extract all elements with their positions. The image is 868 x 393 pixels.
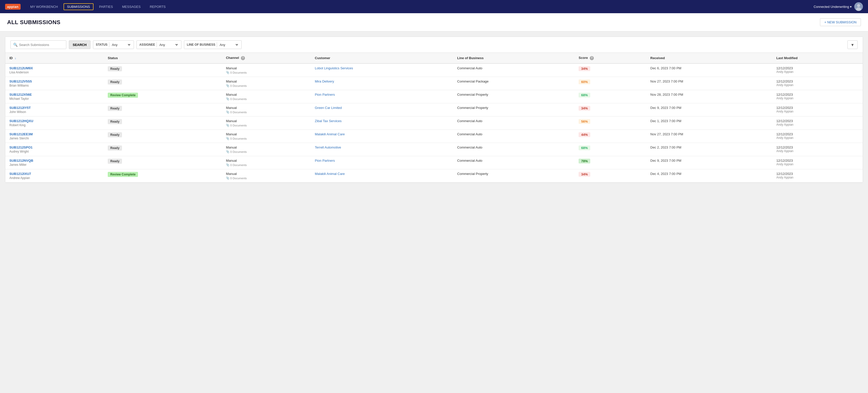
- nav-parties[interactable]: PARTIES: [96, 3, 116, 10]
- cell-id-7: SUB1212NVQB James Miller: [5, 156, 104, 169]
- table-row: SUB1212IY5T John Wilson Ready Manual 📎 0…: [5, 103, 863, 117]
- search-button[interactable]: SEARCH: [69, 40, 90, 49]
- submission-id-link[interactable]: SUB1212NVQB: [9, 159, 100, 162]
- customer-link[interactable]: Malakili Animal Care: [315, 132, 345, 136]
- customer-link[interactable]: Malakili Animal Care: [315, 172, 345, 176]
- customer-link[interactable]: Pion Partners: [315, 159, 335, 162]
- submission-id-link[interactable]: SUB1212UM9X: [9, 66, 100, 70]
- cell-received-4: Dec 1, 2023 7:00 PM: [646, 117, 772, 130]
- customer-link[interactable]: Pion Partners: [315, 93, 335, 96]
- cell-lob-5: Commercial Auto: [453, 130, 575, 143]
- page-header: ALL SUBMISSIONS + NEW SUBMISSION: [0, 13, 868, 31]
- channel-label: Manual: [226, 66, 307, 70]
- submission-id-link[interactable]: SUB1212HQXU: [9, 119, 100, 123]
- submission-id-link[interactable]: SUB1212IY5T: [9, 106, 100, 110]
- cell-lob-6: Commercial Auto: [453, 143, 575, 156]
- customer-link[interactable]: Lobot Linguistics Services: [315, 66, 353, 70]
- cell-id-0: SUB1212UM9X Lisa Anderson: [5, 63, 104, 77]
- col-id: ID ↓: [5, 53, 104, 63]
- status-badge: Ready: [108, 66, 122, 71]
- cell-channel-7: Manual 📎 0 Documents: [222, 156, 311, 169]
- cell-score-0: 34%: [575, 63, 646, 77]
- cell-customer-7: Pion Partners: [311, 156, 453, 169]
- cell-score-6: 68%: [575, 143, 646, 156]
- lob-divider: [217, 42, 217, 47]
- cell-id-1: SUB1212V5S5 Brian Williams: [5, 77, 104, 90]
- submission-id-link[interactable]: SUB1212V5S5: [9, 79, 100, 83]
- assignee-name: Andrew Appian: [9, 176, 100, 180]
- cell-customer-3: Green Car Limited: [311, 103, 453, 117]
- svg-point-1: [857, 4, 860, 7]
- appian-logo-text: appian: [5, 4, 21, 10]
- channel-docs: 📎 0 Documents: [226, 150, 307, 153]
- channel-docs: 📎 0 Documents: [226, 137, 307, 140]
- submission-id-link[interactable]: SUB1212SPO1: [9, 145, 100, 149]
- score-badge: 68%: [579, 93, 590, 97]
- nav-reports[interactable]: REPORTS: [146, 3, 169, 10]
- paperclip-icon: 📎: [226, 110, 229, 114]
- status-badge: Ready: [108, 79, 122, 85]
- assignee-filter-select[interactable]: Any: [158, 43, 179, 47]
- cell-customer-1: Mira Delivery: [311, 77, 453, 90]
- channel-docs: 📎 0 Documents: [226, 163, 307, 167]
- modified-date: 12/12/2023: [776, 172, 859, 176]
- status-badge: Ready: [108, 106, 122, 111]
- modified-date: 12/12/2023: [776, 79, 859, 83]
- submissions-table: ID ↓ Status Channel ? Customer Line of B…: [5, 53, 863, 183]
- customer-link[interactable]: Green Car Limited: [315, 106, 342, 110]
- cell-received-3: Dec 9, 2023 7:00 PM: [646, 103, 772, 117]
- avatar[interactable]: [854, 2, 863, 11]
- modified-date: 12/12/2023: [776, 119, 859, 123]
- nav-my-workbench[interactable]: MY WORKBENCH: [27, 3, 61, 10]
- assignee-name: Lisa Anderson: [9, 71, 100, 74]
- score-badge: 78%: [579, 159, 590, 163]
- status-badge: Review Complete: [108, 172, 138, 177]
- search-icon: 🔍: [13, 43, 18, 47]
- paperclip-icon: 📎: [226, 84, 229, 87]
- table-row: SUB1212X56E Michael Taylor Review Comple…: [5, 90, 863, 103]
- navbar: appian MY WORKBENCH SUBMISSIONS PARTIES …: [0, 0, 868, 13]
- modified-date: 12/12/2023: [776, 132, 859, 136]
- cell-channel-8: Manual 📎 0 Documents: [222, 169, 311, 183]
- sort-icon[interactable]: ↓: [15, 56, 16, 60]
- submission-id-link[interactable]: SUB1212EE3M: [9, 132, 100, 136]
- channel-info-icon[interactable]: ?: [241, 56, 245, 60]
- cell-modified-8: 12/12/2023 Andy Appian: [772, 169, 863, 183]
- modified-by: Andy Appian: [776, 110, 859, 113]
- assignee-name: Audrey Wright: [9, 150, 100, 153]
- lob-filter-select[interactable]: Any: [219, 43, 239, 47]
- search-input[interactable]: [19, 43, 62, 47]
- cell-score-3: 34%: [575, 103, 646, 117]
- org-selector[interactable]: Connected Underwriting ▾: [814, 5, 852, 9]
- cell-received-2: Nov 28, 2023 7:00 PM: [646, 90, 772, 103]
- new-submission-button[interactable]: + NEW SUBMISSION: [820, 18, 861, 26]
- cell-customer-8: Malakili Animal Care: [311, 169, 453, 183]
- customer-link[interactable]: Zibal Tax Services: [315, 119, 342, 123]
- svg-point-2: [856, 7, 861, 11]
- score-info-icon[interactable]: ?: [590, 56, 594, 60]
- channel-label: Manual: [226, 106, 307, 110]
- customer-link[interactable]: Terrell Automotive: [315, 145, 341, 149]
- nav-messages[interactable]: MESSAGES: [118, 3, 144, 10]
- modified-date: 12/12/2023: [776, 66, 859, 70]
- status-badge: Review Complete: [108, 93, 138, 98]
- cell-received-8: Dec 4, 2023 7:00 PM: [646, 169, 772, 183]
- submission-id-link[interactable]: SUB1212X56E: [9, 93, 100, 96]
- paperclip-icon: 📎: [226, 163, 229, 167]
- cell-score-2: 68%: [575, 90, 646, 103]
- filter-options-button[interactable]: ▼: [847, 40, 858, 49]
- submission-id-link[interactable]: SUB1212IXU7: [9, 172, 100, 176]
- cell-score-8: 34%: [575, 169, 646, 183]
- cell-received-1: Nov 27, 2023 7:00 PM: [646, 77, 772, 90]
- status-filter-select[interactable]: Any: [111, 43, 131, 47]
- search-wrap: 🔍: [10, 40, 66, 49]
- paperclip-icon: 📎: [226, 137, 229, 140]
- cell-customer-5: Malakili Animal Care: [311, 130, 453, 143]
- cell-modified-4: 12/12/2023 Andy Appian: [772, 117, 863, 130]
- cell-id-5: SUB1212EE3M James Sterchi: [5, 130, 104, 143]
- col-id-label: ID: [9, 56, 13, 60]
- nav-submissions[interactable]: SUBMISSIONS: [64, 3, 94, 10]
- channel-label: Manual: [226, 79, 307, 83]
- score-badge: 34%: [579, 66, 590, 71]
- customer-link[interactable]: Mira Delivery: [315, 79, 334, 83]
